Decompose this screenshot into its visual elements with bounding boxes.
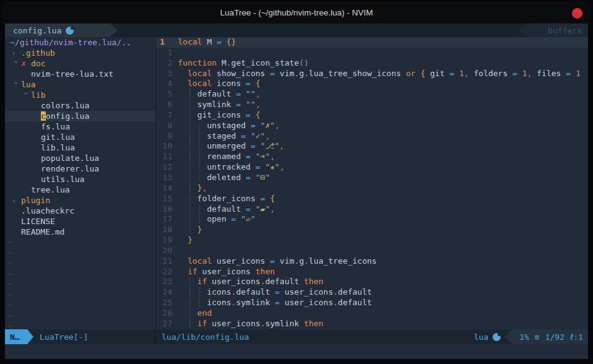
code-text: local M = {} <box>178 37 236 48</box>
tree-item-label: populate.lua <box>41 154 99 163</box>
code-line[interactable]: 12 ┊ ┊ untracked = "★", <box>156 162 588 173</box>
code-line[interactable]: 1local M = {} <box>156 37 588 48</box>
code-text: ┊ ┊ icons.symlink = user_icons.default <box>178 298 372 308</box>
line-number: 19 <box>156 235 172 246</box>
line-number: 23 <box>156 277 172 287</box>
tilde-marker: ~ <box>5 258 156 269</box>
code-line[interactable]: 13 ┊ ┊ deleted = "⊟" <box>156 173 588 183</box>
line-number: 26 <box>156 308 172 319</box>
close-button[interactable] <box>572 8 582 19</box>
line-number: 24 <box>156 287 172 298</box>
file-tree-pane[interactable]: ~/github/nvim-tree.lua/..›.github›✗docnv… <box>5 37 156 329</box>
code-line[interactable]: 18 ┊ } <box>156 225 588 235</box>
tilde-marker: ~ <box>5 279 156 290</box>
code-line[interactable]: 15 ┊ folder_icons = { <box>156 194 588 204</box>
code-line[interactable]: 23 ┊ if user_icons.default then <box>156 277 588 287</box>
tree-row[interactable]: LICENSE <box>5 216 156 227</box>
code-text: ┊ ┊ staged = "✓", <box>178 131 270 142</box>
code-line[interactable]: 1 <box>156 48 588 58</box>
code-line[interactable]: 11 ┊ ┊ renamed = "➜", <box>156 152 588 162</box>
code-line[interactable]: 20 <box>156 246 588 256</box>
tree-row[interactable]: ›✗doc <box>5 58 156 69</box>
code-text: ┊ end <box>178 308 212 319</box>
code-line[interactable]: 24 ┊ ┊ icons.default = user_icons.defaul… <box>156 287 588 298</box>
code-text: if user_icons then <box>178 267 275 277</box>
code-text: local show_icons = vim.g.lua_tree_show_i… <box>178 69 581 79</box>
command-line[interactable] <box>5 344 588 359</box>
statusline: N… LuaTree[-] lua/lib/config.lua lua 1% … <box>5 329 588 344</box>
lua-icon <box>493 333 501 341</box>
tab-config-lua[interactable]: config.lua <box>5 24 118 37</box>
statusline-file-path: lua/lib/config.lua <box>162 332 249 342</box>
tree-row[interactable]: tree.lua <box>5 184 156 195</box>
chevron-right-icon[interactable]: › <box>11 48 21 58</box>
line-number: 3 <box>156 69 172 79</box>
line-number: 22 <box>156 267 172 277</box>
tree-row[interactable]: ›plugin <box>5 195 156 206</box>
line-number: 20 <box>156 246 172 256</box>
tree-item-label: lua <box>21 80 35 89</box>
tilde-marker: ~ <box>5 248 156 258</box>
code-line[interactable]: 9 ┊ ┊ staged = "✓", <box>156 131 588 142</box>
tilde-marker: ~ <box>5 300 156 311</box>
code-line[interactable]: 16 ┊ ┊ default = "▰", <box>156 204 588 215</box>
code-line[interactable]: 3 local show_icons = vim.g.lua_tree_show… <box>156 69 588 79</box>
tree-row[interactable]: nvim-tree-lua.txt <box>5 69 156 79</box>
tree-item-label: fs.lua <box>41 122 70 131</box>
code-line[interactable]: 26 ┊ end <box>156 308 588 319</box>
tree-row[interactable]: ›lib <box>5 90 156 100</box>
code-line[interactable]: 7 ┊ git_icons = { <box>156 110 588 121</box>
tree-row[interactable]: utils.lua <box>5 174 156 184</box>
code-line[interactable]: 6 ┊ symlink = "", <box>156 100 588 110</box>
tree-row[interactable]: fs.lua <box>5 121 156 132</box>
code-text: function M.get_icon_state() <box>178 58 309 69</box>
code-line[interactable]: 19 } <box>156 235 588 246</box>
code-line[interactable]: 2function M.get_icon_state() <box>156 58 588 69</box>
tree-item-label: tree.lua <box>31 185 70 194</box>
code-line[interactable]: 17 ┊ ┊ open = "▱" <box>156 214 588 225</box>
tree-row[interactable]: populate.lua <box>5 153 156 163</box>
code-text: ┊ git_icons = { <box>178 110 260 121</box>
tilde-marker: ~ <box>5 269 156 279</box>
line-number: 11 <box>156 152 172 162</box>
code-line[interactable]: 21 local user_icons = vim.g.lua_tree_ico… <box>156 256 588 267</box>
code-line[interactable]: 10 ┊ ┊ unmerged = "⎇", <box>156 141 588 152</box>
line-number: 21 <box>156 256 172 267</box>
tree-row[interactable]: .luacheckrc <box>5 206 156 216</box>
editor-pane[interactable]: 1local M = {}12function M.get_icon_state… <box>156 37 588 329</box>
cursor: c <box>41 111 46 121</box>
code-line[interactable]: 14 ┊ }, <box>156 183 588 194</box>
tree-item-label: nvim-tree-lua.txt <box>31 69 113 79</box>
code-line[interactable]: 8 ┊ ┊ unstaged = "✗", <box>156 121 588 131</box>
code-line[interactable]: 4 local icons = { <box>156 79 588 89</box>
tree-row[interactable]: renderer.lua <box>5 163 156 174</box>
chevron-down-icon[interactable]: › <box>21 91 32 101</box>
tree-row[interactable]: config.lua <box>5 111 156 121</box>
line-number: 10 <box>156 141 172 152</box>
line-number: 27 <box>156 319 172 329</box>
line-number: 4 <box>156 79 172 89</box>
tree-row[interactable]: ›.github <box>5 48 156 58</box>
tree-item-label: lib <box>31 90 45 100</box>
tree-item-label: colors.lua <box>41 101 89 110</box>
code-line[interactable]: 5 ┊ default = "", <box>156 89 588 100</box>
line-col: ℓ:1 <box>570 332 583 342</box>
tree-row[interactable]: ~/github/nvim-tree.lua/.. <box>5 37 156 48</box>
tree-row[interactable]: ›lua <box>5 79 156 90</box>
tree-row[interactable]: README.md <box>5 227 156 237</box>
tree-item-label: renderer.lua <box>41 164 99 173</box>
chevron-down-icon[interactable]: › <box>11 59 22 69</box>
buffers-label: buffers <box>519 24 588 37</box>
tree-row[interactable]: git.lua <box>5 132 156 142</box>
code-line[interactable]: 27 ┊ if user_icons.symlink then <box>156 319 588 329</box>
code-text: local user_icons = vim.g.lua_tree_icons <box>178 256 377 267</box>
tree-row[interactable]: lib.lua <box>5 142 156 153</box>
code-line[interactable]: 22 if user_icons then <box>156 267 588 277</box>
line-number: 12 <box>156 162 172 173</box>
terminal-window: config.lua buffers ~/github/nvim-tree.lu… <box>5 24 588 359</box>
chevron-down-icon[interactable]: › <box>11 80 22 90</box>
git-status-icon: ✗ <box>21 58 31 69</box>
chevron-right-icon[interactable]: › <box>11 195 21 206</box>
code-line[interactable]: 25 ┊ ┊ icons.symlink = user_icons.defaul… <box>156 298 588 308</box>
tree-row[interactable]: colors.lua <box>5 100 156 111</box>
